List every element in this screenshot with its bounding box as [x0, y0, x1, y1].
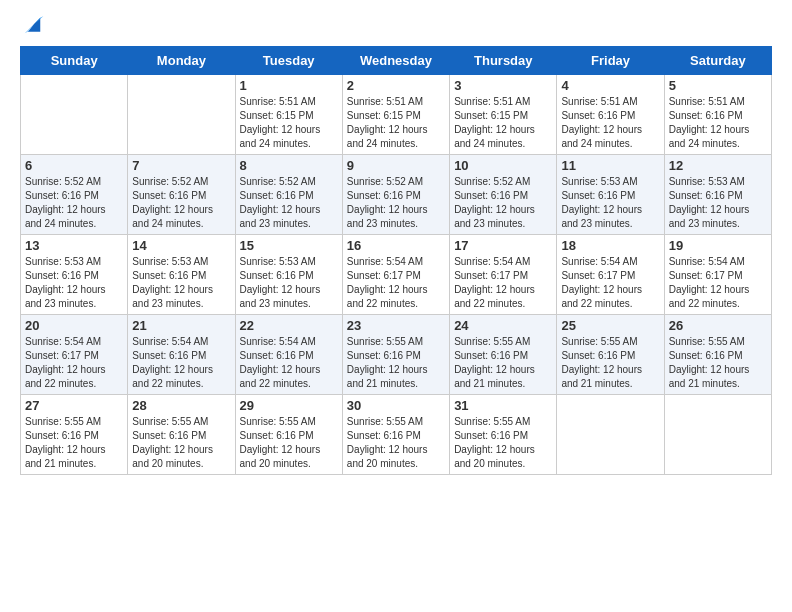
calendar-week-5: 27Sunrise: 5:55 AM Sunset: 6:16 PM Dayli… — [21, 395, 772, 475]
day-info: Sunrise: 5:55 AM Sunset: 6:16 PM Dayligh… — [347, 335, 445, 391]
day-info: Sunrise: 5:55 AM Sunset: 6:16 PM Dayligh… — [454, 335, 552, 391]
day-info: Sunrise: 5:52 AM Sunset: 6:16 PM Dayligh… — [347, 175, 445, 231]
day-number: 4 — [561, 78, 659, 93]
page-header — [20, 10, 772, 38]
calendar-header-saturday: Saturday — [664, 47, 771, 75]
day-info: Sunrise: 5:51 AM Sunset: 6:15 PM Dayligh… — [454, 95, 552, 151]
calendar-cell: 4Sunrise: 5:51 AM Sunset: 6:16 PM Daylig… — [557, 75, 664, 155]
day-info: Sunrise: 5:51 AM Sunset: 6:15 PM Dayligh… — [240, 95, 338, 151]
day-number: 1 — [240, 78, 338, 93]
calendar-week-4: 20Sunrise: 5:54 AM Sunset: 6:17 PM Dayli… — [21, 315, 772, 395]
day-info: Sunrise: 5:51 AM Sunset: 6:15 PM Dayligh… — [347, 95, 445, 151]
day-info: Sunrise: 5:55 AM Sunset: 6:16 PM Dayligh… — [669, 335, 767, 391]
day-info: Sunrise: 5:54 AM Sunset: 6:17 PM Dayligh… — [347, 255, 445, 311]
day-info: Sunrise: 5:55 AM Sunset: 6:16 PM Dayligh… — [132, 415, 230, 471]
calendar-cell: 11Sunrise: 5:53 AM Sunset: 6:16 PM Dayli… — [557, 155, 664, 235]
day-number: 21 — [132, 318, 230, 333]
calendar-cell — [664, 395, 771, 475]
day-number: 8 — [240, 158, 338, 173]
day-number: 16 — [347, 238, 445, 253]
calendar-header-row: SundayMondayTuesdayWednesdayThursdayFrid… — [21, 47, 772, 75]
calendar-cell: 30Sunrise: 5:55 AM Sunset: 6:16 PM Dayli… — [342, 395, 449, 475]
calendar-header-wednesday: Wednesday — [342, 47, 449, 75]
day-info: Sunrise: 5:55 AM Sunset: 6:16 PM Dayligh… — [561, 335, 659, 391]
calendar-cell: 21Sunrise: 5:54 AM Sunset: 6:16 PM Dayli… — [128, 315, 235, 395]
calendar-header-thursday: Thursday — [450, 47, 557, 75]
calendar-cell: 8Sunrise: 5:52 AM Sunset: 6:16 PM Daylig… — [235, 155, 342, 235]
calendar-cell: 2Sunrise: 5:51 AM Sunset: 6:15 PM Daylig… — [342, 75, 449, 155]
calendar-cell: 6Sunrise: 5:52 AM Sunset: 6:16 PM Daylig… — [21, 155, 128, 235]
day-number: 23 — [347, 318, 445, 333]
day-number: 6 — [25, 158, 123, 173]
day-number: 26 — [669, 318, 767, 333]
calendar-cell: 15Sunrise: 5:53 AM Sunset: 6:16 PM Dayli… — [235, 235, 342, 315]
day-number: 25 — [561, 318, 659, 333]
logo — [20, 10, 52, 38]
calendar-week-1: 1Sunrise: 5:51 AM Sunset: 6:15 PM Daylig… — [21, 75, 772, 155]
day-number: 30 — [347, 398, 445, 413]
calendar-cell: 23Sunrise: 5:55 AM Sunset: 6:16 PM Dayli… — [342, 315, 449, 395]
day-info: Sunrise: 5:53 AM Sunset: 6:16 PM Dayligh… — [669, 175, 767, 231]
calendar-week-3: 13Sunrise: 5:53 AM Sunset: 6:16 PM Dayli… — [21, 235, 772, 315]
day-number: 12 — [669, 158, 767, 173]
day-number: 7 — [132, 158, 230, 173]
day-number: 29 — [240, 398, 338, 413]
day-info: Sunrise: 5:53 AM Sunset: 6:16 PM Dayligh… — [561, 175, 659, 231]
day-number: 11 — [561, 158, 659, 173]
day-info: Sunrise: 5:51 AM Sunset: 6:16 PM Dayligh… — [561, 95, 659, 151]
calendar-cell: 1Sunrise: 5:51 AM Sunset: 6:15 PM Daylig… — [235, 75, 342, 155]
calendar-cell: 3Sunrise: 5:51 AM Sunset: 6:15 PM Daylig… — [450, 75, 557, 155]
calendar-cell: 18Sunrise: 5:54 AM Sunset: 6:17 PM Dayli… — [557, 235, 664, 315]
day-info: Sunrise: 5:55 AM Sunset: 6:16 PM Dayligh… — [25, 415, 123, 471]
day-number: 22 — [240, 318, 338, 333]
day-info: Sunrise: 5:51 AM Sunset: 6:16 PM Dayligh… — [669, 95, 767, 151]
calendar-cell: 7Sunrise: 5:52 AM Sunset: 6:16 PM Daylig… — [128, 155, 235, 235]
day-info: Sunrise: 5:52 AM Sunset: 6:16 PM Dayligh… — [132, 175, 230, 231]
calendar-cell: 10Sunrise: 5:52 AM Sunset: 6:16 PM Dayli… — [450, 155, 557, 235]
logo-icon — [20, 10, 48, 38]
day-number: 28 — [132, 398, 230, 413]
day-number: 27 — [25, 398, 123, 413]
calendar-cell: 14Sunrise: 5:53 AM Sunset: 6:16 PM Dayli… — [128, 235, 235, 315]
day-number: 5 — [669, 78, 767, 93]
day-info: Sunrise: 5:54 AM Sunset: 6:17 PM Dayligh… — [669, 255, 767, 311]
day-info: Sunrise: 5:54 AM Sunset: 6:17 PM Dayligh… — [25, 335, 123, 391]
day-info: Sunrise: 5:54 AM Sunset: 6:16 PM Dayligh… — [240, 335, 338, 391]
day-info: Sunrise: 5:53 AM Sunset: 6:16 PM Dayligh… — [132, 255, 230, 311]
day-info: Sunrise: 5:55 AM Sunset: 6:16 PM Dayligh… — [454, 415, 552, 471]
calendar-cell: 17Sunrise: 5:54 AM Sunset: 6:17 PM Dayli… — [450, 235, 557, 315]
calendar-header-sunday: Sunday — [21, 47, 128, 75]
calendar-header-monday: Monday — [128, 47, 235, 75]
day-number: 15 — [240, 238, 338, 253]
calendar-cell — [557, 395, 664, 475]
day-number: 2 — [347, 78, 445, 93]
calendar-cell: 27Sunrise: 5:55 AM Sunset: 6:16 PM Dayli… — [21, 395, 128, 475]
calendar-cell: 16Sunrise: 5:54 AM Sunset: 6:17 PM Dayli… — [342, 235, 449, 315]
day-info: Sunrise: 5:54 AM Sunset: 6:17 PM Dayligh… — [561, 255, 659, 311]
calendar-cell — [128, 75, 235, 155]
day-number: 3 — [454, 78, 552, 93]
day-info: Sunrise: 5:55 AM Sunset: 6:16 PM Dayligh… — [240, 415, 338, 471]
day-info: Sunrise: 5:52 AM Sunset: 6:16 PM Dayligh… — [454, 175, 552, 231]
calendar-cell: 28Sunrise: 5:55 AM Sunset: 6:16 PM Dayli… — [128, 395, 235, 475]
day-number: 18 — [561, 238, 659, 253]
day-info: Sunrise: 5:54 AM Sunset: 6:16 PM Dayligh… — [132, 335, 230, 391]
day-info: Sunrise: 5:54 AM Sunset: 6:17 PM Dayligh… — [454, 255, 552, 311]
day-info: Sunrise: 5:53 AM Sunset: 6:16 PM Dayligh… — [240, 255, 338, 311]
day-info: Sunrise: 5:52 AM Sunset: 6:16 PM Dayligh… — [25, 175, 123, 231]
day-number: 31 — [454, 398, 552, 413]
day-info: Sunrise: 5:52 AM Sunset: 6:16 PM Dayligh… — [240, 175, 338, 231]
calendar-cell: 19Sunrise: 5:54 AM Sunset: 6:17 PM Dayli… — [664, 235, 771, 315]
day-info: Sunrise: 5:55 AM Sunset: 6:16 PM Dayligh… — [347, 415, 445, 471]
calendar-header-friday: Friday — [557, 47, 664, 75]
day-number: 24 — [454, 318, 552, 333]
day-number: 17 — [454, 238, 552, 253]
day-number: 13 — [25, 238, 123, 253]
calendar-cell: 20Sunrise: 5:54 AM Sunset: 6:17 PM Dayli… — [21, 315, 128, 395]
calendar-cell: 5Sunrise: 5:51 AM Sunset: 6:16 PM Daylig… — [664, 75, 771, 155]
calendar-cell: 26Sunrise: 5:55 AM Sunset: 6:16 PM Dayli… — [664, 315, 771, 395]
day-number: 9 — [347, 158, 445, 173]
calendar-cell: 31Sunrise: 5:55 AM Sunset: 6:16 PM Dayli… — [450, 395, 557, 475]
calendar-table: SundayMondayTuesdayWednesdayThursdayFrid… — [20, 46, 772, 475]
calendar-cell: 13Sunrise: 5:53 AM Sunset: 6:16 PM Dayli… — [21, 235, 128, 315]
